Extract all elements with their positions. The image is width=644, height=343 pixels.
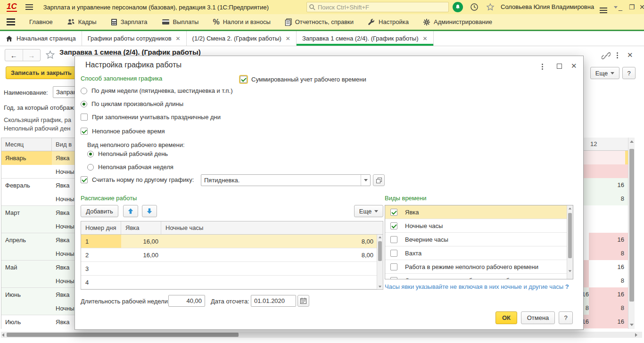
- dialog-close-icon[interactable]: ✕: [571, 62, 577, 70]
- cancel-button[interactable]: Отмена: [521, 311, 555, 324]
- radio-part-day[interactable]: Неполный рабочий день: [87, 150, 168, 157]
- day-cell-row[interactable]: 1616: [584, 315, 628, 328]
- checkbox-icon[interactable]: [390, 222, 397, 229]
- time-type-row[interactable]: Вечерние часы: [385, 233, 573, 246]
- day-cell-row[interactable]: [584, 151, 628, 164]
- table-row[interactable]: ИюньЯвка: [1, 288, 81, 302]
- time-type-row[interactable]: Сокращенное время обучающихся без отрыва…: [385, 274, 573, 279]
- horizontal-scrollbar[interactable]: [1, 332, 642, 338]
- tab-home[interactable]: Начальная страница: [0, 31, 82, 46]
- time-type-row[interactable]: Вахта: [385, 246, 573, 260]
- checkbox-norm-other-schedule[interactable]: Считать норму по другому графику:: [81, 176, 194, 183]
- favorites-star-icon[interactable]: [485, 1, 496, 13]
- start-date-field[interactable]: 01.01.2020: [251, 295, 296, 307]
- more-button[interactable]: Еще: [590, 67, 619, 79]
- time-types-scrollbar[interactable]: [567, 205, 573, 279]
- checkbox-icon[interactable]: [240, 76, 247, 83]
- vertical-scrollbar[interactable]: [628, 138, 635, 329]
- table-row[interactable]: МартЯвка: [1, 206, 81, 220]
- menu-item-staff[interactable]: Кадры: [67, 18, 97, 25]
- table-row[interactable]: ЯнварьЯвка: [1, 151, 81, 165]
- restore-button[interactable]: ❐: [629, 4, 635, 10]
- menu-item-reports[interactable]: Отчетность, справки: [285, 18, 354, 26]
- notifications-bell-icon[interactable]: [453, 2, 463, 12]
- radio-icon[interactable]: [87, 151, 94, 157]
- global-search-input[interactable]: Поиск Ctrl+Shift+F: [306, 2, 449, 12]
- day-cell-row[interactable]: 8: [584, 192, 628, 205]
- checkbox-icon[interactable]: [390, 263, 397, 270]
- add-row-button[interactable]: Добавить: [81, 205, 118, 217]
- day-cell-row[interactable]: [584, 205, 628, 219]
- menu-item-taxes[interactable]: % Налоги и взносы: [213, 18, 270, 26]
- schedule-table-scrollbar[interactable]: [377, 235, 383, 289]
- day-12-column-header[interactable]: 12: [584, 138, 628, 151]
- radio-icon[interactable]: [81, 101, 87, 107]
- week-length-field[interactable]: 40,00: [168, 295, 205, 307]
- time-type-row[interactable]: Работа в режиме неполного рабочего време…: [385, 260, 573, 274]
- checkbox-part-time[interactable]: Неполное рабочее время: [81, 128, 165, 135]
- link-icon[interactable]: [602, 52, 611, 60]
- day-cell-row[interactable]: 16: [584, 260, 628, 274]
- checkbox-icon[interactable]: [81, 176, 88, 183]
- table-row[interactable]: Ночные: [1, 192, 81, 206]
- schedule-more-button[interactable]: Еще: [354, 205, 383, 217]
- hamburger-menu-icon[interactable]: [7, 18, 15, 25]
- close-tab-icon[interactable]: ✕: [286, 35, 290, 42]
- vertical-scrollbar-thumb[interactable]: [629, 149, 634, 302]
- dialog-help-button[interactable]: ?: [559, 311, 573, 324]
- radio-by-weekdays[interactable]: По дням недели (пятидневка, шестидневка …: [81, 87, 233, 94]
- schedule-row[interactable]: 1 16,00 8,00: [81, 235, 383, 248]
- horizontal-scrollbar-thumb[interactable]: [7, 333, 239, 337]
- checkbox-icon[interactable]: [81, 128, 88, 135]
- radio-by-cycles[interactable]: По циклам произвольной длины: [81, 100, 183, 107]
- table-row[interactable]: МайЯвка: [1, 261, 81, 274]
- table-row[interactable]: Ночные: [1, 302, 81, 315]
- day-cell-row[interactable]: 8: [584, 246, 628, 260]
- main-menu-icon[interactable]: [25, 4, 33, 10]
- tab-shift2[interactable]: (1/2) Смена 2. (График работы)✕: [187, 31, 297, 46]
- tab-work-schedules[interactable]: Графики работы сотрудников✕: [82, 31, 187, 46]
- norm-schedule-combobox[interactable]: Пятидневка.: [201, 174, 371, 186]
- day-cell-row[interactable]: 8: [584, 274, 628, 287]
- hint-help-link[interactable]: ?: [565, 283, 569, 290]
- service-menu-icon[interactable]: [600, 3, 618, 13]
- back-button[interactable]: ←: [5, 49, 23, 61]
- history-icon[interactable]: [469, 1, 480, 13]
- time-type-row[interactable]: Явка: [385, 205, 573, 219]
- checkbox-icon[interactable]: [390, 209, 397, 216]
- forward-button[interactable]: →: [23, 49, 41, 61]
- close-tab-icon[interactable]: ✕: [176, 35, 181, 42]
- tab-zapravka-shift1[interactable]: Заправка 1 смена (2/4). (График работы)✕: [297, 31, 434, 46]
- menu-item-administration[interactable]: Администрирование: [423, 18, 492, 26]
- close-app-button[interactable]: ✕: [639, 4, 644, 10]
- table-row[interactable]: Ночные: [1, 274, 81, 288]
- radio-icon[interactable]: [87, 164, 94, 171]
- day-cell-row[interactable]: 16: [584, 178, 628, 192]
- day-cell-row[interactable]: 88: [584, 301, 628, 315]
- menu-item-salary[interactable]: Зарплата: [111, 18, 148, 26]
- form-help-button[interactable]: ?: [622, 67, 636, 79]
- calendar-button[interactable]: [297, 295, 309, 307]
- day-cell-row[interactable]: [584, 219, 628, 233]
- open-schedule-button[interactable]: [373, 174, 385, 186]
- checkbox-consider-holidays[interactable]: При заполнении учитывать праздничные дни: [81, 114, 221, 121]
- minimize-button[interactable]: _: [619, 4, 622, 10]
- table-row[interactable]: ИюльЯвка: [1, 315, 81, 329]
- ok-button[interactable]: ОК: [495, 311, 517, 324]
- menu-item-settings[interactable]: Настройка: [368, 18, 409, 26]
- table-row[interactable]: Ночные: [1, 247, 81, 261]
- day-cell-row[interactable]: 16: [584, 233, 628, 246]
- radio-part-week[interactable]: Неполная рабочая неделя: [87, 163, 173, 171]
- save-and-close-button[interactable]: Записать и закрыть: [6, 66, 86, 79]
- dialog-maximize-icon[interactable]: [557, 64, 562, 69]
- schedule-row[interactable]: 3: [81, 262, 383, 276]
- checkbox-icon[interactable]: [390, 250, 397, 257]
- menu-item-main[interactable]: Главное: [29, 18, 53, 25]
- table-row[interactable]: Ночные: [1, 220, 81, 233]
- checkbox-icon[interactable]: [81, 114, 88, 121]
- menu-item-payments[interactable]: Выплаты: [162, 18, 199, 25]
- dialog-more-icon[interactable]: [542, 64, 543, 70]
- move-up-button[interactable]: [123, 205, 138, 217]
- checkbox-summary-timekeeping[interactable]: Суммированный учет рабочего времени: [240, 76, 366, 83]
- table-row[interactable]: Ночные: [1, 165, 81, 179]
